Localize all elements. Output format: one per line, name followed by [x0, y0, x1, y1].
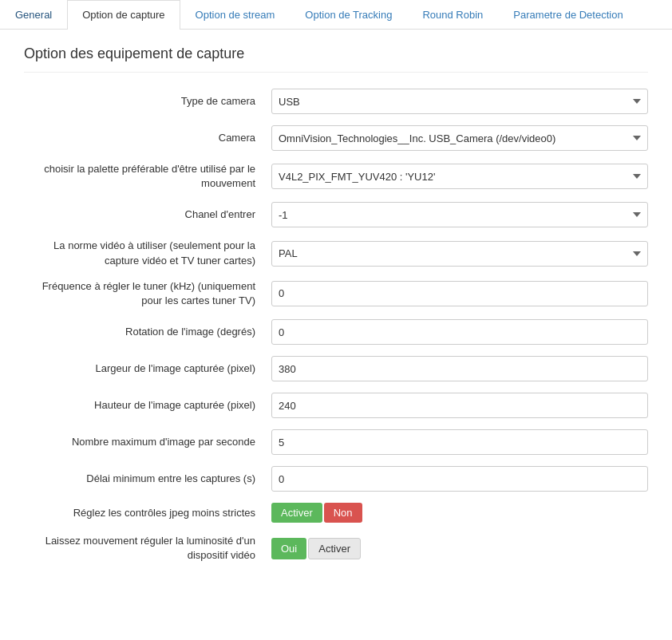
toggle-group-jpeg-controles: ActiverNon — [271, 503, 648, 523]
tab-general[interactable]: General — [0, 0, 67, 29]
form-row-hauteur-image: Hauteur de l'image capturée (pixel) — [24, 393, 648, 418]
form-row-rotation-image: Rotation de l'image (degrés) — [24, 319, 648, 345]
tab-option-capture[interactable]: Option de capture — [67, 0, 180, 30]
control-wrap-delai-minimum — [271, 466, 648, 492]
tab-option-stream[interactable]: Option de stream — [180, 0, 291, 29]
form-body: Type de cameraUSBIPTV TunerCameraOmniVis… — [24, 89, 648, 563]
tabs-container: GeneralOption de captureOption de stream… — [0, 0, 672, 30]
tab-parametre-detection[interactable]: Parametre de Detection — [498, 0, 638, 29]
label-frequence-tuner: Fréquence à régler le tuner (kHz) (uniqu… — [24, 279, 271, 308]
select-camera[interactable]: OmniVision_Technologies__Inc. USB_Camera… — [271, 125, 648, 151]
control-wrap-camera: OmniVision_Technologies__Inc. USB_Camera… — [271, 125, 648, 151]
control-wrap-jpeg-controles: ActiverNon — [271, 503, 648, 523]
label-hauteur-image: Hauteur de l'image capturée (pixel) — [24, 398, 271, 413]
form-row-largeur-image: Largeur de l'image capturée (pixel) — [24, 356, 648, 381]
page-content: Option des equipement de capture Type de… — [0, 30, 672, 591]
toggle-group-luminosite: OuiActiver — [271, 538, 648, 559]
label-rotation-image: Rotation de l'image (degrés) — [24, 325, 271, 339]
input-frequence-tuner[interactable] — [271, 281, 648, 306]
toggle-btn-jpeg-controles-1[interactable]: Non — [324, 503, 362, 523]
control-wrap-luminosite: OuiActiver — [271, 538, 648, 559]
label-luminosite: Laissez mouvement réguler la luminosité … — [24, 534, 271, 563]
control-wrap-largeur-image — [271, 356, 648, 381]
label-chanel-entrer: Chanel d'entrer — [24, 207, 271, 222]
form-row-type-camera: Type de cameraUSBIPTV Tuner — [24, 89, 648, 114]
input-largeur-image[interactable] — [271, 356, 648, 381]
form-row-norme-video: La norme vidéo à utiliser (seulement pou… — [24, 239, 648, 267]
tab-option-tracking[interactable]: Option de Tracking — [290, 0, 407, 29]
form-row-frequence-tuner: Fréquence à régler le tuner (kHz) (uniqu… — [24, 279, 648, 308]
form-row-jpeg-controles: Réglez les contrôles jpeg moins strictes… — [24, 503, 648, 523]
form-row-palette: choisir la palette préférable d'être uti… — [24, 162, 648, 191]
form-row-fps: Nombre maximum d'image par seconde — [24, 429, 648, 455]
form-row-camera: CameraOmniVision_Technologies__Inc. USB_… — [24, 125, 648, 151]
label-type-camera: Type de camera — [24, 94, 271, 109]
form-row-delai-minimum: Délai minimum entre les captures (s) — [24, 466, 648, 492]
label-palette: choisir la palette préférable d'être uti… — [24, 162, 271, 191]
label-camera: Camera — [24, 131, 271, 145]
label-fps: Nombre maximum d'image par seconde — [24, 435, 271, 449]
input-hauteur-image[interactable] — [271, 393, 648, 418]
control-wrap-chanel-entrer: -1012 — [271, 202, 648, 227]
control-wrap-palette: V4L2_PIX_FMT_YUV420 : 'YU12' — [271, 164, 648, 189]
input-fps[interactable] — [271, 429, 648, 455]
label-jpeg-controles: Réglez les contrôles jpeg moins strictes — [24, 506, 271, 520]
control-wrap-fps — [271, 429, 648, 455]
tab-bar: GeneralOption de captureOption de stream… — [0, 0, 672, 30]
page-title: Option des equipement de capture — [24, 45, 648, 73]
label-norme-video: La norme vidéo à utiliser (seulement pou… — [24, 239, 271, 267]
control-wrap-norme-video: PALNTSCSECAM — [271, 241, 648, 267]
input-rotation-image[interactable] — [271, 319, 648, 345]
label-largeur-image: Largeur de l'image capturée (pixel) — [24, 361, 271, 376]
tab-round-robin[interactable]: Round Robin — [407, 0, 498, 29]
label-delai-minimum: Délai minimum entre les captures (s) — [24, 472, 271, 486]
toggle-btn-luminosite-1[interactable]: Activer — [308, 538, 361, 559]
form-row-luminosite: Laissez mouvement réguler la luminosité … — [24, 534, 648, 563]
select-norme-video[interactable]: PALNTSCSECAM — [271, 241, 648, 267]
select-type-camera[interactable]: USBIPTV Tuner — [271, 89, 648, 114]
input-delai-minimum[interactable] — [271, 466, 648, 492]
control-wrap-type-camera: USBIPTV Tuner — [271, 89, 648, 114]
toggle-btn-jpeg-controles-0[interactable]: Activer — [271, 503, 322, 523]
select-chanel-entrer[interactable]: -1012 — [271, 202, 648, 227]
select-palette[interactable]: V4L2_PIX_FMT_YUV420 : 'YU12' — [271, 164, 648, 189]
toggle-btn-luminosite-0[interactable]: Oui — [271, 538, 306, 559]
control-wrap-rotation-image — [271, 319, 648, 345]
control-wrap-frequence-tuner — [271, 281, 648, 306]
control-wrap-hauteur-image — [271, 393, 648, 418]
form-row-chanel-entrer: Chanel d'entrer-1012 — [24, 202, 648, 227]
